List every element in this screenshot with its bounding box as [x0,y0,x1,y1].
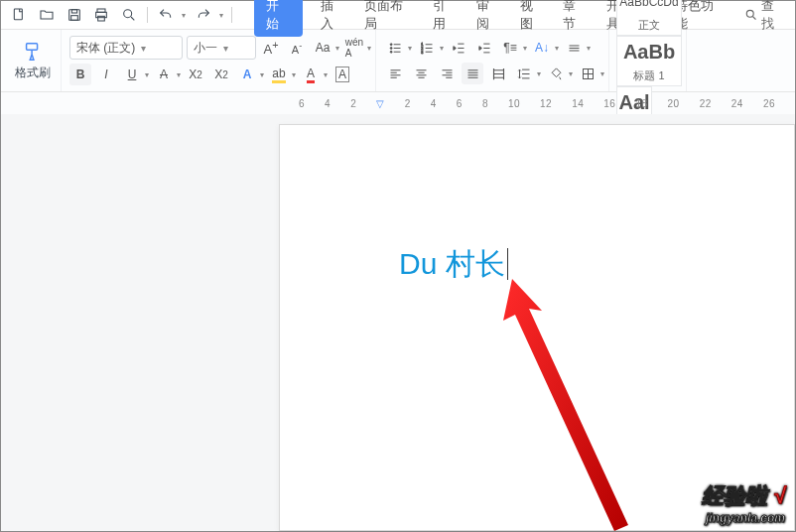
document-page[interactable]: Du 村长 [279,124,795,531]
undo-dropdown[interactable]: ▾ [182,11,186,20]
svg-point-11 [390,47,392,49]
svg-rect-9 [27,43,38,49]
decrease-font-icon[interactable]: A- [286,37,308,59]
redo-dropdown[interactable]: ▾ [219,11,223,20]
highlight-icon[interactable]: ab [268,64,290,85]
font-size-select[interactable]: 小一▾ [187,36,256,60]
svg-point-7 [124,10,132,18]
new-icon[interactable] [9,5,29,25]
format-painter-label: 格式刷 [15,65,51,81]
svg-text:3: 3 [421,50,423,54]
line-spacing-shrink-icon[interactable] [563,37,585,59]
text-direction-icon[interactable]: ¶≡ [499,37,521,59]
align-center-icon[interactable] [410,63,432,84]
svg-rect-6 [98,16,105,21]
text-cursor [507,248,508,280]
search-button[interactable]: 查找 [744,0,787,33]
svg-point-12 [390,51,392,53]
align-justify-icon[interactable] [462,63,483,84]
document-text[interactable]: Du 村长 [399,244,508,285]
tab-insert[interactable]: 插入 [321,0,346,33]
tab-special[interactable]: 特色功能 [675,0,726,33]
open-icon[interactable] [37,5,57,25]
svg-point-8 [746,10,753,17]
workspace: Du 村长 经验啦 √ jingyanla.com [1,114,795,531]
tab-review[interactable]: 审阅 [476,0,502,33]
save-icon[interactable] [65,5,84,25]
subscript-icon[interactable]: X2 [210,64,232,85]
svg-rect-2 [71,10,76,13]
italic-icon[interactable]: I [95,64,117,85]
numbering-icon[interactable]: 123 [416,37,438,59]
strikethrough-icon[interactable]: A [153,64,175,85]
font-name-select[interactable]: 宋体 (正文)▾ [69,36,183,60]
increase-indent-icon[interactable] [473,37,495,59]
sort-icon[interactable]: A↓ [531,37,553,59]
tab-page-layout[interactable]: 页面布局 [364,0,415,33]
separator [147,7,148,23]
line-spacing-icon[interactable] [513,63,535,84]
watermark: 经验啦 √ jingyanla.com [702,481,785,525]
separator [231,7,232,23]
text-effects-icon[interactable]: A [236,64,258,85]
bold-icon[interactable]: B [69,64,91,85]
tab-chapter[interactable]: 章节 [563,0,589,33]
underline-icon[interactable]: U [121,64,143,85]
style-heading1[interactable]: AaBb 标题 1 [616,36,682,86]
format-painter-button[interactable]: 格式刷 [9,41,57,81]
font-color-icon[interactable]: A [300,64,322,85]
bullets-icon[interactable] [384,37,406,59]
redo-icon[interactable] [194,5,213,25]
distribute-icon[interactable] [487,63,509,84]
undo-icon[interactable] [156,5,176,25]
increase-font-icon[interactable]: A+ [260,37,282,59]
tab-view[interactable]: 视图 [520,0,546,33]
pinyin-guide-icon[interactable]: wénA [343,37,365,59]
horizontal-ruler[interactable]: 642 ▽ 246810121416182022242628 [1,92,795,115]
style-normal[interactable]: AaBbCcDd 正文 [616,0,682,36]
decrease-indent-icon[interactable] [448,37,469,59]
svg-rect-3 [70,16,77,21]
change-case-icon[interactable]: Aa [312,37,333,59]
preview-icon[interactable] [119,5,139,25]
character-border-icon[interactable]: A [332,64,353,85]
tab-references[interactable]: 引用 [433,0,459,33]
align-right-icon[interactable] [436,63,458,84]
svg-rect-0 [14,9,22,20]
borders-icon[interactable] [577,63,598,84]
svg-point-10 [390,43,392,45]
superscript-icon[interactable]: X2 [185,64,206,85]
print-icon[interactable] [91,5,111,25]
shading-icon[interactable] [545,63,567,84]
align-left-icon[interactable] [384,63,406,84]
